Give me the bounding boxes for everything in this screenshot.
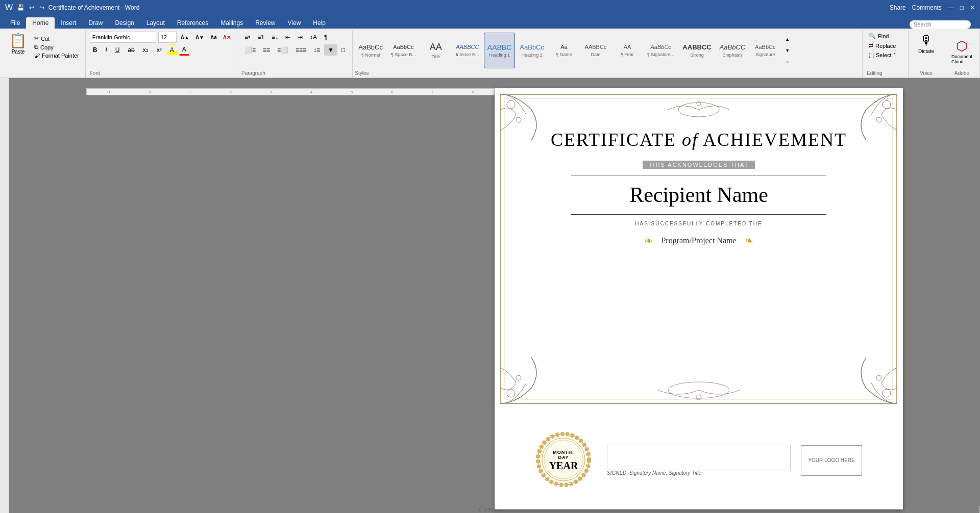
tab-mailings[interactable]: Mailings xyxy=(214,17,249,29)
editing-group-label: Editing xyxy=(867,69,904,78)
justify-button[interactable]: ≡≡≡ xyxy=(292,44,309,56)
bold-button[interactable]: B xyxy=(90,44,101,56)
search-input[interactable] xyxy=(910,20,971,29)
minimize-button[interactable]: — xyxy=(948,4,954,11)
align-left-button[interactable]: ⬜≡ xyxy=(241,44,259,56)
tab-help[interactable]: Help xyxy=(307,17,332,29)
align-right-button[interactable]: ≡⬜ xyxy=(274,44,291,56)
style-signature[interactable]: AaBbCc Signature xyxy=(750,33,780,68)
select-button[interactable]: ⬚ Select ˅ xyxy=(867,51,904,60)
tab-home[interactable]: Home xyxy=(26,17,55,29)
style-sig[interactable]: AaBbCc ¶ Signature... xyxy=(644,33,678,68)
cert-completed[interactable]: HAS SUCCESSFULLY COMPLETED THE xyxy=(635,221,763,226)
multilevel-button[interactable]: ≡↓ xyxy=(268,32,281,43)
copy-button[interactable]: ⧉ Copy xyxy=(32,43,81,51)
cert-program[interactable]: Program/Project Name xyxy=(661,236,736,245)
bullets-button[interactable]: ≡• xyxy=(241,32,253,43)
cut-button[interactable]: ✂ Cut xyxy=(32,35,81,42)
style-date[interactable]: AABBCc Date xyxy=(580,33,611,68)
tab-draw[interactable]: Draw xyxy=(82,17,109,29)
cert-logo-box[interactable]: YOUR LOGO HERE xyxy=(801,445,862,476)
strikethrough-button[interactable]: ab xyxy=(125,44,137,56)
styles-scroll-up[interactable]: ▲ xyxy=(782,34,792,45)
select-label: Select ˅ xyxy=(876,52,896,59)
style-name-label: ¶ Name xyxy=(556,52,572,57)
change-case-button[interactable]: Aa xyxy=(208,32,219,43)
style-emphasis[interactable]: AaBbCC Emphasis xyxy=(716,33,749,68)
close-button[interactable]: ✕ xyxy=(970,4,975,11)
font-name-input[interactable] xyxy=(90,32,156,43)
center-button[interactable]: ≡≡ xyxy=(260,44,273,56)
format-painter-button[interactable]: 🖌 Format Painter xyxy=(32,52,81,59)
seal-text: MONTH, DAY YEAR xyxy=(549,449,578,471)
font-size-input[interactable] xyxy=(158,32,177,43)
cert-seal: MONTH, DAY YEAR xyxy=(535,431,592,489)
cert-line-top xyxy=(571,175,826,175)
paste-icon: 📋 xyxy=(9,34,27,48)
style-year[interactable]: AA ¶ Year xyxy=(612,33,643,68)
style-title[interactable]: AA Title xyxy=(421,33,451,68)
style-name[interactable]: Aa ¶ Name xyxy=(549,33,579,68)
styles-more[interactable]: ⬦ xyxy=(782,56,792,67)
paste-button[interactable]: 📋 Paste xyxy=(6,33,30,56)
shading-button[interactable]: ▼ xyxy=(324,44,337,56)
replace-button[interactable]: ⇄ Replace xyxy=(867,41,904,50)
styles-group: AaBbCc ¶ Normal AaBbCc ¶ Space B... AA T… xyxy=(353,31,863,78)
undo-icon[interactable]: ↩ xyxy=(29,4,34,11)
style-signature-label: Signature xyxy=(755,52,775,57)
line-spacing-button[interactable]: ↕≡ xyxy=(310,44,323,56)
tab-view[interactable]: View xyxy=(282,17,307,29)
style-heading2[interactable]: AaBbCc Heading 2 xyxy=(516,33,548,68)
save-icon[interactable]: 💾 xyxy=(17,4,24,11)
increase-indent-button[interactable]: ⇥ xyxy=(295,32,306,43)
style-heading1[interactable]: AABBC Heading 1 xyxy=(484,33,515,68)
tab-file[interactable]: File xyxy=(4,17,26,29)
italic-button[interactable]: I xyxy=(102,44,110,56)
scissors-icon: ✂ xyxy=(34,35,39,42)
quick-access-toolbar: 💾 ↩ ↪ xyxy=(17,4,44,11)
borders-button[interactable]: □ xyxy=(338,44,348,56)
cert-recipient[interactable]: Recipient Name xyxy=(629,183,768,207)
numbering-button[interactable]: ≡1 xyxy=(254,32,267,43)
clear-format-button[interactable]: A✕ xyxy=(221,32,233,43)
document-page[interactable]: CERTIFICATE of ACHIEVEMENT THIS ACKNOWLE… xyxy=(495,88,903,509)
tab-insert[interactable]: Insert xyxy=(55,17,82,29)
maximize-button[interactable]: □ xyxy=(960,4,964,11)
superscript-button[interactable]: x² xyxy=(154,44,165,56)
cert-title-italic: of xyxy=(682,130,698,150)
share-button[interactable]: Share xyxy=(890,4,906,11)
subscript-button[interactable]: x₂ xyxy=(140,44,152,56)
comments-button[interactable]: Comments xyxy=(912,4,942,11)
grow-font-button[interactable]: A▲ xyxy=(179,32,191,43)
style-space[interactable]: AaBbCc ¶ Space B... xyxy=(387,33,420,68)
font-color-button[interactable]: A xyxy=(179,44,189,56)
show-marks-button[interactable]: ¶ xyxy=(321,32,330,43)
cert-acknowledges[interactable]: THIS ACKNOWLEDGES THAT xyxy=(643,161,755,169)
style-name-preview: Aa xyxy=(560,44,567,50)
dictate-button[interactable]: 🎙 Dictate xyxy=(918,33,934,54)
underline-button[interactable]: U xyxy=(112,44,123,56)
styles-scroll-down[interactable]: ▼ xyxy=(782,45,792,56)
document-cloud-button[interactable]: ⬡ DocumentCloud xyxy=(951,33,972,69)
shrink-font-button[interactable]: A▼ xyxy=(193,32,206,43)
style-normal-label: ¶ Normal xyxy=(361,53,380,58)
style-strong[interactable]: AABBCC Strong xyxy=(679,33,715,68)
cert-sig-line[interactable] xyxy=(607,445,791,470)
cert-program-row: ❧ Program/Project Name ❧ xyxy=(644,235,753,247)
tab-design[interactable]: Design xyxy=(109,17,140,29)
adobe-label: DocumentCloud xyxy=(951,54,972,64)
sort-button[interactable]: ↕A xyxy=(307,32,320,43)
doc-container[interactable]: -1012345678 xyxy=(9,78,980,513)
style-strong-label: Strong xyxy=(690,53,704,58)
redo-icon[interactable]: ↪ xyxy=(39,4,44,11)
tab-review[interactable]: Review xyxy=(249,17,281,29)
find-button[interactable]: 🔍 Find xyxy=(867,32,904,40)
cert-sig-label: SIGNED, Signatory Name, Signatory Title xyxy=(607,470,791,476)
certificate-title[interactable]: CERTIFICATE of ACHIEVEMENT xyxy=(551,129,847,150)
text-highlight-button[interactable]: A xyxy=(167,44,177,56)
style-intense[interactable]: AABBCC Intense E... xyxy=(452,33,483,68)
tab-references[interactable]: References xyxy=(171,17,214,29)
decrease-indent-button[interactable]: ⇤ xyxy=(282,32,293,43)
style-normal[interactable]: AaBbCc ¶ Normal xyxy=(355,33,386,68)
tab-layout[interactable]: Layout xyxy=(140,17,171,29)
